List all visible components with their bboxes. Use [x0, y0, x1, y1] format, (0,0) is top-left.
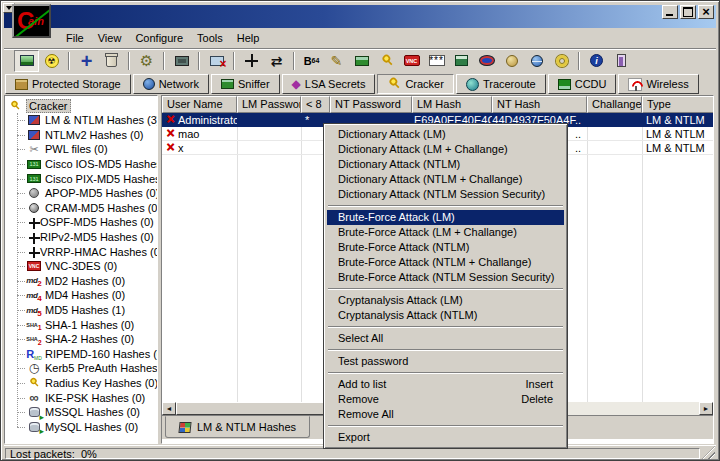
menu-item-test-password[interactable]: Test password [327, 354, 564, 369]
tree-item-cram[interactable]: CRAM-MD5 Hashes (0) [9, 201, 157, 216]
add-to-list-icon[interactable] [74, 50, 99, 72]
tree-item-vnc[interactable]: VNC-3DES (0) [9, 259, 157, 274]
base64-conversion-icon[interactable]: B [299, 50, 324, 72]
tree-item-pwl[interactable]: PWL files (0) [9, 142, 157, 157]
close-button[interactable] [698, 5, 714, 19]
menu-file[interactable]: File [59, 30, 91, 46]
tree-item-ripemd[interactable]: RIPEMD-160 Hashes (0) [9, 347, 157, 362]
tab-network[interactable]: Network [133, 74, 209, 94]
title-bar[interactable] [4, 5, 716, 28]
column-header-lm-hash[interactable]: LM Hash [412, 96, 492, 113]
column-header-lt8[interactable]: < 8 [301, 96, 330, 113]
tree-item-md5[interactable]: MD5 Hashes (1) [9, 303, 157, 318]
decoders-icon[interactable] [14, 50, 39, 72]
hash-calculator-icon[interactable] [349, 50, 374, 72]
tab-lsa-secrets[interactable]: LSA Secrets [282, 74, 376, 94]
wireless-scanner-icon[interactable] [549, 50, 574, 72]
menu-configure[interactable]: Configure [128, 30, 190, 46]
sniffer-toggle-icon[interactable] [204, 50, 229, 72]
tree-item-kerb5[interactable]: Kerb5 PreAuth Hashes (3) [9, 361, 157, 376]
wordlist-key-icon[interactable] [374, 50, 399, 72]
column-header-type[interactable]: Type [642, 96, 714, 113]
exit-icon[interactable] [609, 50, 634, 72]
tree-item-mysql[interactable]: MySQL Hashes (0) [9, 419, 157, 434]
column-header-challange[interactable]: Challange [587, 96, 642, 113]
menu-item-dictionary-lm[interactable]: Dictionary Attack (LM) [327, 127, 564, 142]
tab-protected-storage[interactable]: Protected Storage [5, 74, 131, 94]
column-header-nt-password[interactable]: NT Password [330, 96, 412, 113]
menu-item-dictionary-lm-challange[interactable]: Dictionary Attack (LM + Challange) [327, 142, 564, 157]
menu-item-select-all[interactable]: Select All [327, 331, 564, 346]
menu-help[interactable]: Help [230, 30, 267, 46]
menu-item-dictionary-ntlm-challange[interactable]: Dictionary Attack (NTLM + Challange) [327, 172, 564, 187]
menu-item-cryptanalysis-lm[interactable]: Cryptanalysis Attack (LM) [327, 293, 564, 308]
tree-item-radius[interactable]: Radius Key Hashes (0) [9, 376, 157, 391]
bottom-tab-lm-ntlm-hashes[interactable]: LM & NTLM Hashes [165, 416, 310, 438]
routes-icon[interactable] [264, 50, 289, 72]
tree-item-cisco-ios[interactable]: Cisco IOS-MD5 Hashes (0) [9, 157, 157, 172]
menu-item-export[interactable]: Export [327, 430, 564, 445]
tree-item-cisco-pix[interactable]: Cisco PIX-MD5 Hashes (0) [9, 171, 157, 186]
menu-item-bruteforce-ntlm-challange[interactable]: Brute-Force Attack (NTLM + Challange) [327, 255, 564, 270]
menu-item-remove-all[interactable]: Remove All [327, 407, 564, 422]
menu-item-dictionary-ntlm[interactable]: Dictionary Attack (NTLM) [327, 157, 564, 172]
configure-icon[interactable] [134, 50, 159, 72]
tree-item-md4[interactable]: MD4 Hashes (0) [9, 288, 157, 303]
tab-sniffer[interactable]: Sniffer [211, 74, 280, 94]
tab-wireless[interactable]: Wireless [618, 74, 698, 94]
tree-item-ripv2[interactable]: RIPv2-MD5 Hashes (0) [9, 230, 157, 245]
tree-item-ike[interactable]: IKE-PSK Hashes (0) [9, 390, 157, 405]
minimize-button[interactable] [662, 5, 678, 19]
tree-item-sha1[interactable]: SHA-1 Hashes (0) [9, 317, 157, 332]
scroll-left-button[interactable]: ◄ [162, 402, 176, 415]
maximize-button[interactable] [680, 5, 696, 19]
scroll-right-button[interactable]: ► [699, 402, 713, 415]
menu-item-bruteforce-lm[interactable]: Brute-Force Attack (LM) [327, 210, 564, 225]
column-header-lm-password[interactable]: LM Password [237, 96, 301, 113]
tab-cracker[interactable]: Cracker [377, 74, 454, 94]
ripv2-md5-icon [26, 232, 37, 243]
menu-item-bruteforce-ntlm-session[interactable]: Brute-Force Attack (NTLM Session Securit… [327, 270, 564, 285]
status-panel: Lost packets: 0% [5, 448, 700, 459]
tree-item-md2[interactable]: MD2 Hashes (0) [9, 274, 157, 289]
memory-dump-icon[interactable] [169, 50, 194, 72]
tree-item-ospf[interactable]: OSPF-MD5 Hashes (0) [9, 215, 157, 230]
calculator-icon[interactable] [449, 50, 474, 72]
passwords-icon[interactable] [424, 50, 449, 72]
toolbar-separator [198, 52, 200, 70]
menu-item-bruteforce-ntlm[interactable]: Brute-Force Attack (NTLM) [327, 240, 564, 255]
menu-item-cryptanalysis-ntlm[interactable]: Cryptanalysis Attack (NTLM) [327, 308, 564, 323]
menu-item-bruteforce-lm-challange[interactable]: Brute-Force Attack (LM + Challange) [327, 225, 564, 240]
remove-icon[interactable] [99, 50, 124, 72]
syskey-icon[interactable] [499, 50, 524, 72]
arp-icon[interactable] [239, 50, 264, 72]
menu-view[interactable]: View [91, 30, 129, 46]
notes-icon[interactable] [324, 50, 349, 72]
tree-item-apop[interactable]: APOP-MD5 Hashes (0) [9, 186, 157, 201]
vnc-icon[interactable] [399, 50, 424, 72]
tab-traceroute[interactable]: Traceroute [456, 74, 546, 94]
tree-item-lm-ntlm[interactable]: LM & NTLM Hashes (3) [9, 113, 157, 128]
md5-icon [26, 304, 42, 317]
info-icon[interactable] [584, 50, 609, 72]
menu-item-add-to-list[interactable]: Add to listInsert [327, 377, 564, 392]
table-header: User Name LM Password < 8 NT Password LM… [162, 96, 713, 113]
base64-nuke-icon[interactable] [39, 50, 64, 72]
menu-separator [328, 288, 563, 290]
rsa-token-icon[interactable] [474, 50, 499, 72]
column-header-user-name[interactable]: User Name [162, 96, 237, 113]
remote-registry-icon[interactable] [524, 50, 549, 72]
menu-item-dictionary-ntlm-session[interactable]: Dictionary Attack (NTLM Session Security… [327, 187, 564, 202]
tree-item-mssql[interactable]: MSSQL Hashes (0) [9, 405, 157, 420]
cell-lm-password [237, 127, 301, 140]
menu-tools[interactable]: Tools [190, 30, 230, 46]
cell-type: LM & NTLM [642, 141, 714, 154]
column-header-nt-hash[interactable]: NT Hash [492, 96, 587, 113]
resize-grip-icon[interactable] [702, 446, 715, 459]
menu-item-remove[interactable]: RemoveDelete [327, 392, 564, 407]
tree-item-vrrp[interactable]: VRRP-HMAC Hashes (0) [9, 244, 157, 259]
tab-ccdu[interactable]: CCDU [548, 74, 617, 94]
tree-item-sha2[interactable]: SHA-2 Hashes (0) [9, 332, 157, 347]
tree-root-cracker[interactable]: Cracker [7, 99, 157, 113]
tree-item-ntlmv2[interactable]: NTLMv2 Hashes (0) [9, 128, 157, 143]
